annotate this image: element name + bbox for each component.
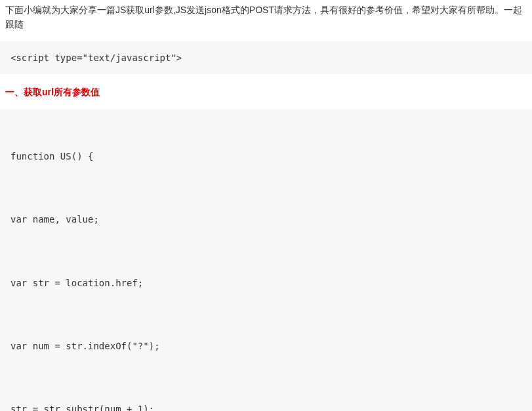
code-block-main: function US() { var name, value; var str…: [0, 109, 532, 411]
code-line: var num = str.indexOf("?");: [10, 334, 522, 359]
script-tag-block: <script type="text/javascript">: [0, 41, 532, 74]
section-heading-1: 一、获取url所有参数值: [0, 78, 532, 104]
intro-paragraph: 下面小编就为大家分享一篇JS获取url参数,JS发送json格式的POST请求方…: [0, 0, 532, 37]
code-line: str = str.substr(num + 1);: [10, 397, 522, 411]
code-line: var str = location.href;: [10, 270, 522, 296]
code-line: var name, value;: [10, 207, 522, 232]
code-line: function US() {: [10, 144, 522, 169]
